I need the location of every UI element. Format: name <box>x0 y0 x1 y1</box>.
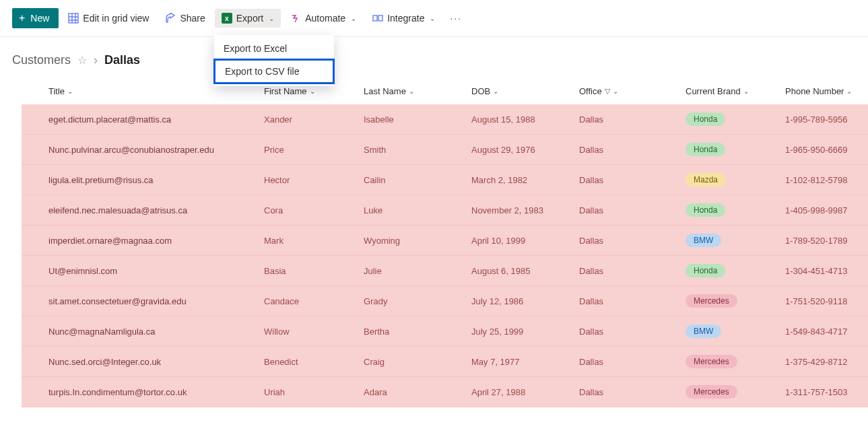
export-to-excel-item[interactable]: Export to Excel <box>214 38 334 59</box>
table-row[interactable]: imperdiet.ornare@magnaa.comMarkWyomingAp… <box>22 226 868 256</box>
breadcrumb-current: Dallas <box>104 53 140 67</box>
edit-grid-label: Edit in grid view <box>83 13 149 24</box>
star-icon[interactable]: ☆ <box>77 54 87 67</box>
table-row[interactable]: Ut@enimnisl.comBasiaJulieAugust 6, 1985D… <box>22 256 868 286</box>
share-label: Share <box>180 13 205 24</box>
grid-icon <box>68 13 79 24</box>
integrate-label: Integrate <box>387 13 424 24</box>
cell-phone: 1-549-843-4717 <box>785 327 868 337</box>
integrate-button[interactable]: Integrate ⌄ <box>366 9 442 28</box>
table-row[interactable]: turpis.In.condimentum@tortor.co.ukUriahA… <box>22 377 868 407</box>
cell-brand: Mazda <box>686 173 785 186</box>
cell-title[interactable]: sit.amet.consectetuer@gravida.edu <box>48 296 264 306</box>
automate-button[interactable]: Automate ⌄ <box>283 9 363 28</box>
cell-office: Dallas <box>579 205 686 215</box>
cell-phone: 1-751-520-9118 <box>785 296 868 306</box>
integrate-icon <box>372 13 383 24</box>
brand-pill: Honda <box>686 112 725 126</box>
cell-title[interactable]: Nunc@magnaNamligula.ca <box>48 327 264 337</box>
cell-brand: Honda <box>686 143 785 156</box>
col-header-office[interactable]: Office ▽ ⌄ <box>579 86 686 96</box>
brand-pill: Honda <box>686 203 725 217</box>
cell-first-name: Hector <box>264 175 364 185</box>
cell-title[interactable]: imperdiet.ornare@magnaa.com <box>48 236 264 246</box>
cell-title[interactable]: eget.dictum.placerat@mattis.ca <box>48 114 264 125</box>
export-dropdown: Export to Excel Export to CSV file <box>214 35 334 86</box>
cell-phone: 1-789-520-1789 <box>785 236 868 246</box>
cell-first-name: Willow <box>264 327 364 337</box>
cell-last-name: Adara <box>364 387 471 397</box>
cell-phone: 1-102-812-5798 <box>785 175 868 185</box>
cell-title[interactable]: turpis.In.condimentum@tortor.co.uk <box>48 387 264 397</box>
cell-first-name: Price <box>264 145 364 155</box>
brand-pill: Honda <box>686 264 725 277</box>
cell-brand: Honda <box>686 264 785 277</box>
cell-last-name: Smith <box>364 145 471 155</box>
export-to-csv-item[interactable]: Export to CSV file <box>213 59 335 84</box>
col-header-phone[interactable]: Phone Number⌄ <box>785 86 868 96</box>
brand-pill: Mercedes <box>686 294 737 308</box>
cell-dob: August 6, 1985 <box>471 266 579 276</box>
cell-brand: Mercedes <box>686 355 785 368</box>
cell-dob: April 27, 1988 <box>471 387 579 397</box>
cell-title[interactable]: eleifend.nec.malesuada@atrisus.ca <box>48 205 264 215</box>
brand-pill: BMW <box>686 325 721 338</box>
export-button[interactable]: x Export ⌄ <box>215 9 281 28</box>
plus-icon: + <box>19 13 25 24</box>
cell-first-name: Cora <box>264 205 364 215</box>
table-row[interactable]: sit.amet.consectetuer@gravida.eduCandace… <box>22 286 868 316</box>
breadcrumb: Customers ☆ › Dallas <box>0 37 868 79</box>
table-row[interactable]: Nunc.sed.orci@Integer.co.ukBenedictCraig… <box>22 347 868 377</box>
filter-icon: ▽ <box>605 87 610 96</box>
cell-office: Dallas <box>579 327 686 337</box>
cell-office: Dallas <box>579 357 686 367</box>
col-header-last-name[interactable]: Last Name⌄ <box>364 86 471 96</box>
export-to-csv-label: Export to CSV file <box>225 66 300 77</box>
brand-pill: Mercedes <box>686 355 737 368</box>
data-grid: Title⌄ First Name⌄ Last Name⌄ DOB⌄ Offic… <box>22 79 868 407</box>
cell-office: Dallas <box>579 387 686 397</box>
cell-first-name: Basia <box>264 266 364 276</box>
new-button[interactable]: + New <box>12 8 59 28</box>
table-row[interactable]: eleifend.nec.malesuada@atrisus.caCoraLuk… <box>22 195 868 226</box>
cell-phone: 1-304-451-4713 <box>785 266 868 276</box>
cell-phone: 1-311-757-1503 <box>785 387 868 397</box>
table-row[interactable]: ligula.elit.pretium@risus.caHectorCailin… <box>22 165 868 195</box>
cell-brand: Honda <box>686 203 785 217</box>
edit-grid-view-button[interactable]: Edit in grid view <box>61 9 156 28</box>
cell-phone: 1-405-998-9987 <box>785 205 868 215</box>
cell-last-name: Bertha <box>364 327 471 337</box>
table-row[interactable]: Nunc@magnaNamligula.caWillowBerthaJuly 2… <box>22 316 868 347</box>
col-header-first-name[interactable]: First Name⌄ <box>264 86 364 96</box>
cell-office: Dallas <box>579 236 686 246</box>
cell-dob: April 10, 1999 <box>471 236 579 246</box>
cell-title[interactable]: Ut@enimnisl.com <box>48 266 264 276</box>
chevron-down-icon: ⌄ <box>846 88 852 95</box>
brand-pill: Mercedes <box>686 385 737 399</box>
cell-last-name: Cailin <box>364 175 471 185</box>
breadcrumb-root[interactable]: Customers <box>12 53 71 67</box>
cell-first-name: Xander <box>264 114 364 125</box>
table-row[interactable]: Nunc.pulvinar.arcu@conubianostraper.eduP… <box>22 135 868 165</box>
cell-phone: 1-965-950-6669 <box>785 145 868 155</box>
brand-pill: Mazda <box>686 173 726 186</box>
cell-title[interactable]: Nunc.pulvinar.arcu@conubianostraper.edu <box>48 145 264 155</box>
cell-dob: March 2, 1982 <box>471 175 579 185</box>
grid-header: Title⌄ First Name⌄ Last Name⌄ DOB⌄ Offic… <box>22 79 868 104</box>
breadcrumb-separator: › <box>94 53 98 67</box>
overflow-button[interactable]: ··· <box>444 13 467 24</box>
col-header-dob[interactable]: DOB⌄ <box>471 86 579 96</box>
table-row[interactable]: eget.dictum.placerat@mattis.caXanderIsab… <box>22 104 868 135</box>
brand-pill: Honda <box>686 143 725 156</box>
cell-title[interactable]: Nunc.sed.orci@Integer.co.uk <box>48 357 264 367</box>
share-button[interactable]: Share <box>158 9 211 28</box>
automate-label: Automate <box>305 13 345 24</box>
cell-title[interactable]: ligula.elit.pretium@risus.ca <box>48 175 264 185</box>
cell-dob: November 2, 1983 <box>471 205 579 215</box>
svg-rect-0 <box>69 13 78 23</box>
cell-brand: Honda <box>686 112 785 126</box>
col-header-title[interactable]: Title⌄ <box>48 86 264 96</box>
grid-body: eget.dictum.placerat@mattis.caXanderIsab… <box>22 104 868 407</box>
col-header-brand[interactable]: Current Brand⌄ <box>686 86 785 96</box>
cell-last-name: Grady <box>364 296 471 306</box>
